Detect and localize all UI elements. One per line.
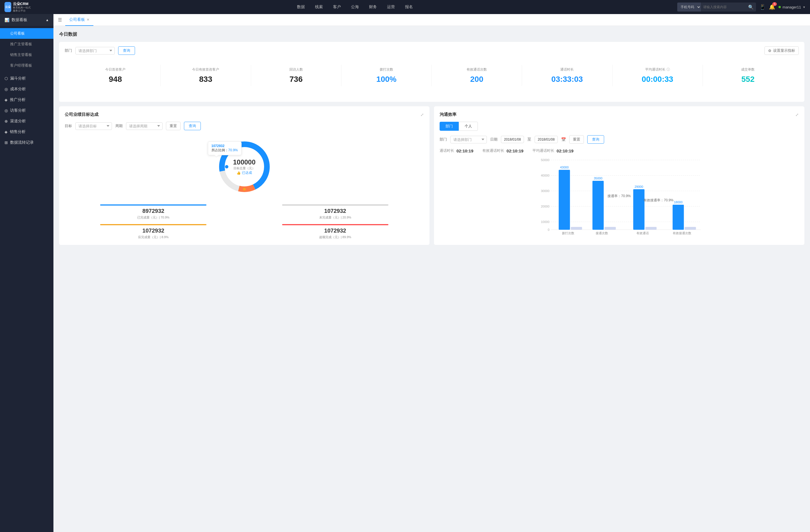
comm-date-end[interactable]: 2018/01/08	[535, 136, 558, 143]
comm-date-start[interactable]: 2018/01/08	[501, 136, 524, 143]
tooltip-pct-value: 70.9%	[228, 148, 238, 152]
eff-rate-label: 有效接通率：70.9%	[644, 198, 673, 202]
sidebar-caret-icon: ▲	[46, 18, 49, 22]
filter-bar: 部门 请选择部门 查询 ⚙ 设置显示指标	[65, 46, 799, 55]
y-label-30000: 30000	[541, 189, 550, 193]
sidebar-data-flow[interactable]: ⊞ 数据流转记录	[0, 137, 53, 148]
search-input[interactable]	[701, 5, 746, 9]
funnel-label: 漏斗分析	[10, 76, 26, 81]
tab-company-board[interactable]: 公司看板 ✕	[65, 14, 93, 26]
bar-1-label: 43000	[560, 166, 569, 169]
sidebar-cost-analysis[interactable]: ◎ 成本分析	[0, 84, 53, 95]
comm-tab-dept[interactable]: 部门	[440, 122, 459, 131]
nav-customers[interactable]: 客户	[328, 2, 345, 12]
notification-icon[interactable]: 🔔 5	[769, 4, 775, 10]
donut-container: 1072932 所占比例：70.9%	[65, 136, 424, 239]
stat-cell-5: 通话时长 03:33:03	[522, 65, 612, 86]
goal-stat-bar-3	[282, 224, 388, 225]
charts-row: 公司业绩目标达成 ⤢ 目标 请选择目标 周期 请选择周期 重置	[59, 106, 804, 245]
comm-dept-select[interactable]: 请选择部门	[450, 136, 487, 144]
comm-tab-person[interactable]: 个人	[459, 122, 478, 131]
comm-reset-button[interactable]: 重置	[569, 135, 584, 144]
logo-icon: 云朵	[4, 2, 11, 12]
sidebar-item-promotion-board[interactable]: 推广主管看板	[0, 39, 53, 49]
y-label-40000: 40000	[541, 174, 550, 177]
search-box: 手机号码 🔍	[677, 2, 756, 12]
svg-point-4	[225, 165, 228, 168]
bar-2-gray	[605, 227, 616, 230]
nav-public-sea[interactable]: 公海	[346, 2, 363, 12]
nav-enrollment[interactable]: 报名	[401, 2, 417, 12]
dashboard-icon: 📊	[4, 18, 9, 22]
nav-operations[interactable]: 运营	[383, 2, 399, 12]
comm-expand-icon[interactable]: ⤢	[795, 113, 799, 117]
flow-label: 数据流转记录	[10, 140, 34, 145]
dept-select[interactable]: 请选择部门	[75, 47, 115, 54]
stat-label-6: 平均通话时长 ⓘ	[616, 67, 699, 72]
goal-query-button[interactable]: 查询	[184, 122, 201, 130]
search-button[interactable]: 🔍	[746, 4, 756, 10]
settings-icon: ⚙	[768, 49, 772, 53]
goal-reset-button[interactable]: 重置	[166, 122, 181, 130]
bar-4-gray	[685, 227, 696, 230]
goal-stat-value-1: 1072932	[247, 208, 424, 214]
goal-stat-bar-2	[100, 224, 207, 225]
query-button[interactable]: 查询	[118, 46, 135, 55]
online-status-dot	[778, 6, 781, 8]
goal-period-label: 周期	[115, 123, 123, 129]
tab-close-icon[interactable]: ✕	[87, 18, 90, 22]
sidebar: 📊 数据看板 ▲ 公司看板 推广主管看板 销售主管看板 客户经理看板 ⬡ 漏斗分…	[0, 14, 53, 532]
search-type-select[interactable]: 手机号码	[677, 2, 701, 12]
stat-value-4: 200	[435, 75, 518, 84]
goal-stat-value-2: 1072932	[65, 228, 242, 234]
comm-query-button[interactable]: 查询	[587, 135, 604, 144]
notification-badge: 5	[772, 2, 777, 6]
comm-stat-2: 平均通话时长 02:10:19	[532, 148, 573, 153]
stat-label-4: 有效通话次数	[435, 67, 518, 72]
sidebar-channel-analysis[interactable]: ⊕ 渠道分析	[0, 116, 53, 127]
sidebar-board-items: 公司看板 推广主管看板 销售主管看板 客户经理看板	[0, 26, 53, 73]
sidebar-sales-analysis[interactable]: ◈ 销售分析	[0, 127, 53, 137]
stat-cell-6: 平均通话时长 ⓘ 00:00:33	[613, 65, 703, 86]
comm-filter-row: 部门 请选择部门 日期 2018/01/08 至 2018/01/08 📅 重置…	[440, 135, 799, 144]
promo-label: 推广分析	[10, 97, 26, 102]
bar-chart-area: 50000 40000 30000 20000 10000 0	[440, 158, 799, 236]
goal-stat-0: 8972932 已完成量（元）| 70.9%	[65, 204, 242, 220]
mobile-icon[interactable]: 📱	[759, 4, 765, 10]
tab-label: 公司看板	[69, 17, 85, 22]
bar-4-blue	[673, 205, 684, 230]
settings-button[interactable]: ⚙ 设置显示指标	[764, 46, 799, 55]
goal-chart-card: 公司业绩目标达成 ⤢ 目标 请选择目标 周期 请选择周期 重置	[59, 106, 430, 245]
goal-expand-icon[interactable]: ⤢	[420, 113, 424, 117]
top-navigation: 云朵 云朵CRM 教育机构一站式服务云平台 数据 线索 客户 公海 财务 运营 …	[0, 0, 810, 14]
comm-stats-row: 通话时长 02:10:19 有效通话时长 02:10:19 平均通话时长 02:…	[440, 148, 799, 153]
donut-center-label: 目标总量（元）	[233, 166, 255, 170]
visitor-icon: ◎	[4, 108, 8, 113]
comm-chart-title: 沟通效率	[440, 112, 456, 117]
tab-menu-icon[interactable]: ☰	[58, 17, 62, 22]
sidebar-item-company-board[interactable]: 公司看板	[0, 28, 53, 39]
nav-right: 手机号码 🔍 📱 🔔 5 manager11 ▼	[677, 2, 806, 12]
comm-date-label: 日期	[490, 137, 498, 142]
sidebar-funnel-analysis[interactable]: ⬡ 漏斗分析	[0, 73, 53, 84]
stat-value-3: 100%	[345, 75, 428, 84]
x-label-1: 接通次数	[596, 231, 608, 235]
user-info[interactable]: manager11 ▼	[778, 5, 806, 9]
goal-stat-value-3: 1072932	[247, 228, 424, 234]
nav-data[interactable]: 数据	[292, 2, 309, 12]
sidebar-visitor-analysis[interactable]: ◎ 访客分析	[0, 105, 53, 116]
sidebar-item-sales-board[interactable]: 销售主管看板	[0, 49, 53, 60]
goal-period-select[interactable]: 请选择周期	[126, 122, 163, 130]
goal-chart-title: 公司业绩目标达成	[65, 112, 98, 117]
settings-label: 设置显示指标	[773, 48, 795, 53]
goal-target-select[interactable]: 请选择目标	[75, 122, 112, 130]
sidebar-promo-analysis[interactable]: ◈ 推广分析	[0, 95, 53, 105]
goal-stat-3: 1072932 超额完成（元）| 89.9%	[247, 224, 424, 239]
nav-finance[interactable]: 财务	[364, 2, 382, 12]
user-dropdown-icon[interactable]: ▼	[803, 6, 806, 9]
sidebar-dashboard-group[interactable]: 📊 数据看板 ▲	[0, 14, 53, 26]
sidebar-item-account-board[interactable]: 客户经理看板	[0, 60, 53, 71]
nav-leads[interactable]: 线索	[310, 2, 327, 12]
connect-rate-label: 接通率：70.9%	[608, 194, 631, 198]
funnel-icon: ⬡	[4, 76, 8, 81]
